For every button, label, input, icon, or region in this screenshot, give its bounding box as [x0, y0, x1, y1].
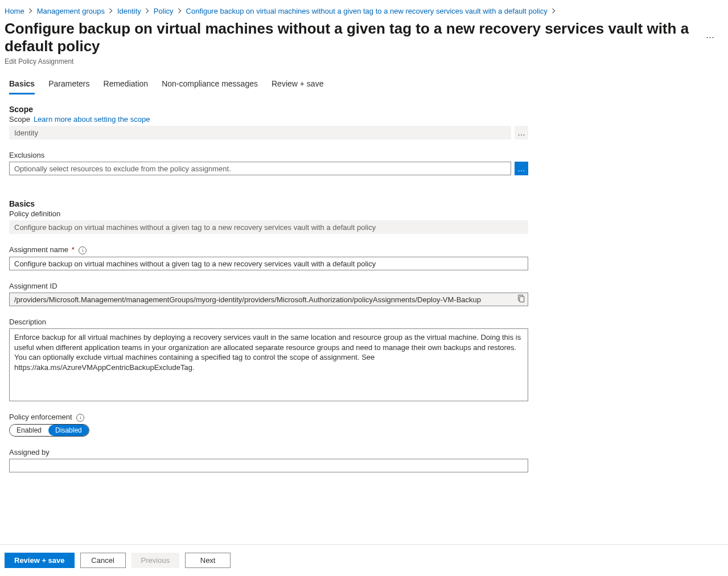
- info-icon[interactable]: i: [76, 414, 84, 422]
- scope-heading: Scope: [9, 105, 528, 114]
- basics-heading: Basics: [9, 199, 528, 208]
- chevron-right-icon: [177, 7, 183, 15]
- tabs: Basics Parameters Remediation Non-compli…: [9, 79, 719, 94]
- exclusions-label: Exclusions: [9, 151, 528, 159]
- description-textarea[interactable]: [9, 328, 528, 401]
- tab-basics[interactable]: Basics: [9, 79, 35, 94]
- scope-input: [9, 126, 511, 139]
- policy-definition-input: [9, 220, 528, 234]
- assigned-by-label: Assigned by: [9, 448, 528, 456]
- breadcrumb: Home Management groups Identity Policy C…: [5, 5, 719, 19]
- page-title: Configure backup on virtual machines wit…: [5, 20, 694, 55]
- assignment-name-label: Assignment name: [9, 245, 68, 254]
- exclusions-input[interactable]: [9, 162, 511, 175]
- enforcement-disabled-option[interactable]: Disabled: [48, 425, 89, 436]
- required-indicator: *: [72, 245, 75, 254]
- scope-label: Scope: [9, 115, 30, 124]
- scope-learn-more-link[interactable]: Learn more about setting the scope: [34, 115, 150, 124]
- chevron-right-icon: [145, 7, 150, 15]
- tab-review[interactable]: Review + save: [272, 79, 323, 94]
- breadcrumb-management-groups[interactable]: Management groups: [37, 7, 105, 15]
- copy-icon[interactable]: [517, 295, 525, 305]
- assignment-id-label: Assignment ID: [9, 282, 528, 290]
- svg-rect-1: [520, 297, 524, 302]
- breadcrumb-current[interactable]: Configure backup on virtual machines wit…: [186, 7, 548, 15]
- chevron-right-icon: [108, 7, 114, 15]
- policy-enforcement-toggle[interactable]: Enabled Disabled: [9, 424, 89, 437]
- policy-definition-label: Policy definition: [9, 209, 528, 218]
- more-icon[interactable]: ···: [701, 29, 719, 46]
- info-icon[interactable]: i: [79, 246, 87, 254]
- breadcrumb-policy[interactable]: Policy: [154, 7, 174, 15]
- assignment-name-input[interactable]: [9, 257, 528, 270]
- policy-enforcement-label: Policy enforcement: [9, 413, 72, 421]
- breadcrumb-home[interactable]: Home: [5, 7, 24, 15]
- exclusions-picker-button[interactable]: …: [515, 162, 528, 175]
- description-label: Description: [9, 318, 528, 326]
- assignment-id-input: [9, 293, 528, 306]
- tab-remediation[interactable]: Remediation: [104, 79, 149, 94]
- chevron-right-icon: [551, 7, 557, 15]
- tab-noncompliance[interactable]: Non-compliance messages: [162, 79, 258, 94]
- tab-parameters[interactable]: Parameters: [48, 79, 89, 94]
- enforcement-enabled-option[interactable]: Enabled: [10, 425, 48, 436]
- scope-picker-button[interactable]: …: [515, 126, 528, 139]
- breadcrumb-identity[interactable]: Identity: [117, 7, 141, 15]
- page-subtitle: Edit Policy Assignment: [5, 57, 719, 65]
- assigned-by-input[interactable]: [9, 459, 528, 472]
- chevron-right-icon: [28, 7, 34, 15]
